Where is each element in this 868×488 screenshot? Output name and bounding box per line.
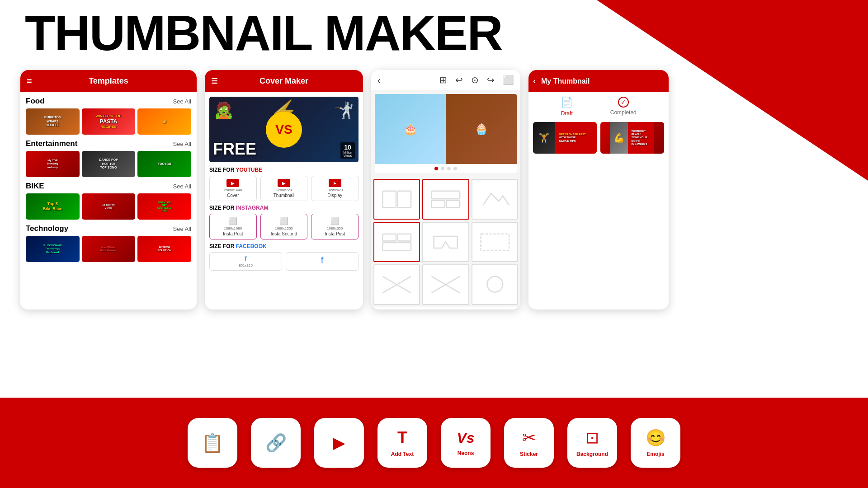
fb-icon-1: f [245, 255, 247, 263]
emojis-label: Emojis [646, 451, 664, 457]
svg-rect-8 [481, 234, 509, 250]
export-icon[interactable]: ⬜ [503, 75, 514, 85]
undo-icon[interactable]: ↩ [455, 75, 463, 85]
sticker-button[interactable]: ✂ Sticker [504, 418, 554, 468]
layout-item-9[interactable] [472, 264, 518, 305]
yt-cover-dim: 2560x1440 [224, 188, 242, 192]
layout-item-4[interactable] [373, 222, 420, 263]
layout-item-5[interactable] [422, 222, 469, 263]
fighter-right-icon: 🤺 [334, 101, 354, 120]
food-thumb-1[interactable]: BURRITOSWRAPSRECIPES [26, 108, 80, 135]
bike-see-all[interactable]: See All [173, 183, 191, 190]
tech-thumb-1[interactable]: BLOCKCHAINTechnologyExplained [26, 236, 80, 262]
svg-rect-3 [432, 200, 445, 207]
dot-1[interactable] [434, 167, 438, 170]
ent-thumb-2[interactable]: DANCE POPHOT 100TOP SONG [82, 151, 136, 177]
insta-second-name: Insta Second [271, 231, 297, 236]
facebook-size-options: f 851x315 f [209, 252, 359, 271]
fb-option-2[interactable]: f [286, 252, 359, 271]
layers-icon[interactable]: ⊞ [439, 75, 447, 85]
youtube-button[interactable]: ▶ [314, 418, 364, 468]
layout-item-8[interactable] [422, 264, 469, 305]
share-button[interactable]: 🔗 [251, 418, 301, 468]
completed-check-icon: ✓ [618, 97, 629, 108]
layout-item-2[interactable] [422, 179, 469, 220]
ent-title: Entertainment [26, 139, 77, 148]
tech-thumb-2[interactable]: Hard DisksBenchmarks [82, 236, 136, 262]
yt-display-name: Display [327, 193, 342, 198]
add-text-label: Add Text [391, 451, 414, 457]
my-thumb-item-2[interactable]: 💪 WORKOUT PLAN //TONE YOUR BODY!IN 4 WEE… [600, 122, 664, 154]
completed-tab[interactable]: ✓ Completed [610, 97, 637, 117]
ent-see-all[interactable]: See All [173, 141, 191, 147]
yt-display-dim: 1855x423 [327, 188, 343, 192]
redo-icon[interactable]: ↪ [487, 75, 495, 85]
templates-title: Templates [89, 76, 128, 86]
bike-thumb-1[interactable]: Top 5Bike Race [26, 193, 80, 220]
layout-item-1[interactable] [373, 179, 420, 220]
completed-label: Completed [610, 109, 637, 116]
canvas-cupcake-2: 🧁 [446, 94, 517, 164]
menu-icon[interactable]: ≡ [27, 76, 32, 86]
bike-row: Top 5Bike Race 15 MillionViews WHEN LIFE… [26, 193, 191, 220]
dot-2[interactable] [441, 167, 444, 170]
layout-item-6[interactable] [472, 222, 518, 263]
canvas-area: 🎂 🧁 [375, 94, 517, 173]
insta-post2-option[interactable]: ⬜ 1080x556 Insta Post [311, 214, 359, 239]
my-thumb-back-icon[interactable]: ‹ [533, 76, 536, 86]
ent-thumb-3[interactable]: FOOTBU [137, 151, 191, 177]
add-text-button[interactable]: T Add Text [377, 418, 427, 468]
fb-dim-1: 851x315 [239, 263, 253, 267]
layout-item-3[interactable] [472, 179, 518, 220]
my-thumb-item-1[interactable]: 🏋️ GET IN SHAPE FASTWITH THESESIMPLE TIP… [533, 122, 597, 154]
fb-icon-2: f [321, 255, 324, 266]
layout-icon-2 [430, 186, 462, 213]
instagram-size-options: ⬜ 1080x1080 Insta Post ⬜ 1080x1350 Insta… [209, 214, 359, 239]
youtube-size-section: SIZE FOR YOUTUBE ▶ 2560x1440 Cover ▶ 128… [209, 167, 359, 201]
fb-option-1[interactable]: f 851x315 [209, 252, 282, 271]
technology-section: Technology See All BLOCKCHAINTechnologyE… [26, 224, 191, 262]
bike-thumb-3[interactable]: WHEN LIFEGETCOMPLETEDRIDE [137, 193, 191, 220]
tech-thumb-3[interactable]: HI TECHSOLUTION [137, 236, 191, 262]
food-see-all[interactable]: See All [173, 98, 191, 105]
cover-maker-title: Cover Maker [259, 76, 308, 86]
history-icon[interactable]: ⊙ [471, 75, 479, 85]
food-row: BURRITOSWRAPSRECIPES WINTER'S TOPPASTARE… [26, 108, 191, 135]
canvas-dots-nav [375, 164, 517, 173]
back-icon[interactable]: ‹ [377, 75, 381, 85]
neons-button[interactable]: Vs Neons [441, 418, 491, 468]
thumb-workout-text: WORKOUT PLAN //TONE YOUR BODY!IN 4 WEEKS [628, 122, 654, 154]
my-thumbnail-title: My Thumbnail [541, 77, 590, 85]
dot-3[interactable] [447, 167, 451, 170]
insta-post-option[interactable]: ⬜ 1080x1080 Insta Post [209, 214, 257, 239]
ent-section-header: Entertainment See All [26, 139, 191, 148]
editor-header: ‹ ⊞ ↩ ⊙ ↪ ⬜ [371, 70, 520, 90]
my-thumbnail-grid: 🏋️ GET IN SHAPE FASTWITH THESESIMPLE TIP… [533, 122, 664, 154]
food-thumb-2[interactable]: WINTER'S TOPPASTARECIPES [82, 108, 136, 135]
food-thumb-3[interactable]: 🍔 [137, 108, 191, 135]
insta-second-option[interactable]: ⬜ 1080x1350 Insta Second [260, 214, 308, 239]
background-button[interactable]: ⊡ Background [567, 418, 617, 468]
background-label: Background [576, 451, 608, 457]
save-button[interactable]: 📋 [188, 418, 237, 468]
draft-tab[interactable]: 📄 Draft [561, 97, 573, 117]
yt-thumbnail-option[interactable]: ▶ 1280x720 Thumbnail [260, 176, 308, 201]
bike-thumb-2[interactable]: 15 MillionViews [82, 193, 136, 220]
yt-cover-option[interactable]: ▶ 2560x1440 Cover [209, 176, 257, 201]
emojis-button[interactable]: 😊 Emojis [631, 418, 680, 468]
insta-post2-name: Insta Post [325, 231, 344, 236]
bike-section: BIKE See All Top 5Bike Race 15 MillionVi… [26, 182, 191, 220]
canvas-images: 🎂 🧁 [375, 94, 517, 164]
tech-see-all[interactable]: See All [173, 225, 191, 232]
yt-thumb-name: Thumbnail [274, 193, 295, 198]
food-title: Food [26, 97, 45, 106]
yt-display-option[interactable]: ▶ 1855x423 Display [311, 176, 359, 201]
dot-4[interactable] [453, 167, 457, 170]
insta-second-dim: 1080x1350 [275, 226, 293, 230]
yt-thumb-icon: ▶ [278, 179, 290, 187]
layout-item-7[interactable] [373, 264, 420, 305]
ent-thumb-1[interactable]: My TOPTrendingmakeup [26, 151, 80, 177]
svg-rect-2 [432, 191, 460, 199]
facebook-label: FACEBOOK [236, 243, 267, 249]
cover-menu-icon[interactable]: ☰ [211, 77, 217, 85]
